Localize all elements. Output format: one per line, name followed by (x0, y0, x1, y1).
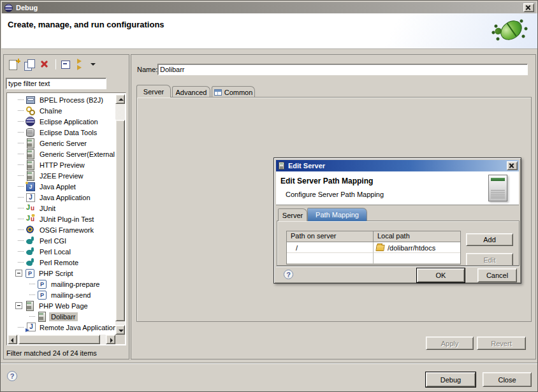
tree-item-perl-remote[interactable]: Perl Remote (8, 257, 115, 268)
tab-server[interactable]: Server (136, 85, 171, 98)
tree-item-bpel-process-b2j[interactable]: BPEL Process (B2J) (8, 94, 115, 105)
filter-launch-configs-icon[interactable] (74, 58, 88, 71)
edit-mapping-button: Edit (466, 253, 513, 266)
dialog-heading: Edit Server Path Mapping (280, 177, 373, 185)
tree-item-perl-local[interactable]: Perl Local (8, 246, 115, 257)
server-icon (25, 171, 35, 180)
tree-item-php-script[interactable]: PHP Script (8, 268, 115, 279)
java-icon (25, 192, 35, 202)
column-header-path-on-server[interactable]: Path on server (287, 231, 374, 242)
dialog-tab-server-label: Server (282, 212, 303, 219)
collapse-all-icon[interactable] (59, 58, 73, 71)
remote-java-icon (25, 323, 35, 332)
ok-button[interactable]: OK (417, 268, 465, 282)
view-menu-icon[interactable] (89, 58, 97, 71)
column-header-local-path[interactable]: Local path (374, 231, 460, 242)
dialog-title: Edit Server (288, 162, 325, 170)
cancel-button[interactable]: Cancel (477, 268, 517, 282)
server-icon (25, 138, 35, 148)
tree-item-label: Java Application (38, 193, 92, 202)
dialog-tab-path-mapping-label: Path Mapping (316, 211, 359, 219)
cell-local-path[interactable]: /dolibarr/htdocs (374, 242, 460, 253)
tree-item-eclipse-data-tools[interactable]: Eclipse Data Tools (8, 127, 115, 138)
scroll-down-icon[interactable] (115, 325, 125, 335)
debug-button[interactable]: Debug (426, 372, 476, 387)
header-banner: Create, manage, and run configurations (1, 13, 538, 49)
scroll-left-icon[interactable] (8, 335, 17, 344)
tree-item-eclipse-application[interactable]: Eclipse Application (8, 116, 115, 127)
tree-item-java-applet[interactable]: Java Applet (8, 181, 115, 192)
dialog-tab-path-mapping[interactable]: Path Mapping (307, 208, 367, 221)
new-launch-config-icon[interactable] (7, 58, 21, 71)
tree-item-label: BPEL Process (B2J) (38, 96, 105, 105)
empty-cell (374, 253, 460, 264)
tree-item-http-preview[interactable]: HTTP Preview (8, 159, 115, 170)
tree-item-perl-cgi[interactable]: Perl CGI (8, 235, 115, 246)
tree-item-j2ee-preview[interactable]: J2EE Preview (8, 170, 115, 181)
add-mapping-button[interactable]: Add (466, 233, 513, 246)
tree-item-dolibarr[interactable]: Dolibarr (8, 311, 115, 322)
scroll-right-icon[interactable] (106, 335, 115, 344)
table-row[interactable]: //dolibarr/htdocs (287, 242, 460, 253)
tree-item-remote-java-application[interactable]: Remote Java Application (8, 322, 115, 333)
php-icon (25, 268, 34, 278)
dialog-close-button[interactable] (507, 161, 518, 170)
scroll-up-icon[interactable] (115, 94, 125, 104)
tab-common[interactable]: Common (212, 86, 255, 98)
name-label: Name: (137, 66, 157, 73)
close-icon (524, 4, 534, 11)
perl-icon (25, 247, 35, 256)
tree-item-junit-plug-in-test[interactable]: JUnit Plug-in Test (8, 214, 115, 224)
tree-item-generic-server[interactable]: Generic Server (8, 138, 115, 149)
tree-item-osgi-framework[interactable]: OSGi Framework (8, 224, 115, 235)
tree-vertical-scrollbar[interactable] (115, 94, 125, 335)
dialog-title-bar[interactable]: Edit Server (276, 160, 519, 171)
tab-advanced[interactable]: Advanced (172, 86, 210, 98)
php-icon (37, 279, 47, 289)
eclipse-icon (25, 117, 35, 126)
tree-item-label: mailing-prepare (49, 280, 101, 289)
toolbar-separator (55, 59, 56, 69)
vertical-scroll-thumb[interactable] (115, 120, 125, 321)
close-button[interactable]: Close (483, 372, 532, 387)
server-icon (37, 312, 47, 321)
filter-input[interactable] (6, 78, 106, 89)
tree-item-label: OSGi Framework (38, 226, 96, 235)
server-icon (279, 162, 284, 170)
tree-item-label: J2EE Preview (38, 171, 85, 180)
tree-item-label: PHP Script (37, 269, 75, 278)
path-mapping-table[interactable]: Path on server Local path //dolibarr/htd… (286, 231, 461, 265)
table-empty-row (287, 253, 460, 264)
path-mapping-tab-content: Path on server Local path //dolibarr/htd… (277, 221, 520, 266)
tree-item-junit[interactable]: JUnit (8, 203, 115, 214)
junit-plugin-icon (25, 214, 35, 224)
tree-item-label: Remote Java Application (38, 323, 115, 332)
tree-item-mailing-prepare[interactable]: mailing-prepare (8, 279, 115, 289)
tab-server-label: Server (143, 88, 164, 96)
collapse-expander-icon[interactable] (15, 302, 22, 309)
local-path-text: /dolibarr/htdocs (388, 244, 435, 252)
applet-icon (25, 182, 35, 191)
horizontal-scroll-thumb[interactable] (18, 335, 100, 344)
window-close-button[interactable] (523, 3, 534, 12)
tree-item-cha-ne[interactable]: Chaîne (8, 105, 115, 116)
tree-item-php-web-page[interactable]: PHP Web Page (8, 300, 115, 311)
cell-path-on-server[interactable]: / (287, 242, 374, 253)
tree-horizontal-scrollbar[interactable] (8, 335, 115, 344)
tree-item-java-application[interactable]: Java Application (8, 192, 115, 203)
dialog-tab-server[interactable]: Server (278, 208, 307, 221)
dialog-button-bar: OK Cancel (276, 266, 519, 282)
collapse-expander-icon[interactable] (15, 270, 22, 277)
name-input[interactable] (157, 64, 528, 75)
close-icon (507, 162, 517, 170)
tree-item-generic-server-external-la[interactable]: Generic Server(External La (8, 149, 115, 159)
title-bar[interactable]: Debug (2, 2, 536, 13)
delete-launch-config-icon[interactable] (38, 58, 52, 71)
tree-item-mailing-send[interactable]: mailing-send (8, 289, 115, 300)
debug-configurations-window: Debug Create, manage, and run configurat… (0, 0, 538, 392)
tree-item-label: Perl Local (38, 247, 73, 256)
duplicate-launch-config-icon[interactable] (22, 58, 36, 71)
help-icon[interactable] (284, 270, 293, 279)
tree-item-label: Eclipse Data Tools (38, 128, 99, 137)
help-icon[interactable] (7, 371, 17, 381)
